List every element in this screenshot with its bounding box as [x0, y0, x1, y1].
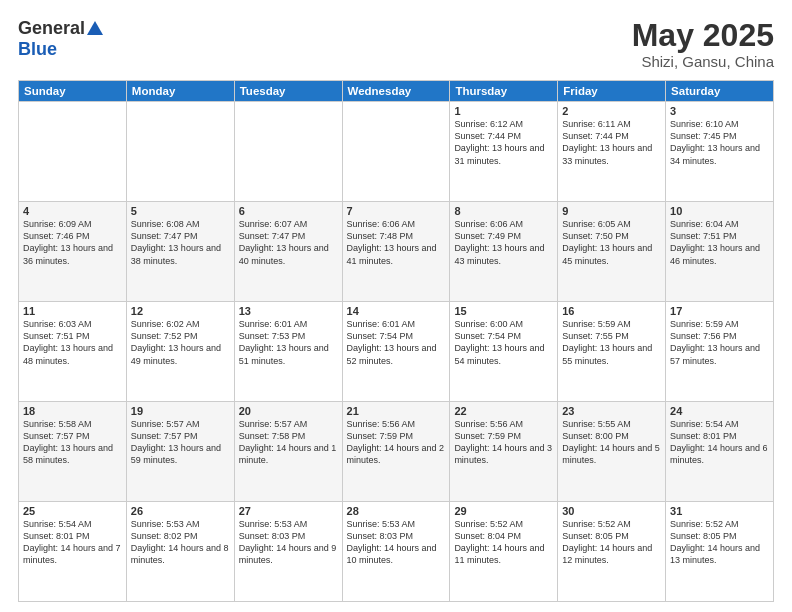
- day-info: Sunrise: 6:04 AMSunset: 7:51 PMDaylight:…: [670, 218, 769, 267]
- calendar-cell: 16Sunrise: 5:59 AMSunset: 7:55 PMDayligh…: [558, 302, 666, 402]
- day-number: 23: [562, 405, 661, 417]
- day-info: Sunrise: 5:57 AMSunset: 7:57 PMDaylight:…: [131, 418, 230, 467]
- calendar-subtitle: Shizi, Gansu, China: [632, 53, 774, 70]
- day-info: Sunrise: 5:57 AMSunset: 7:58 PMDaylight:…: [239, 418, 338, 467]
- day-info: Sunrise: 6:12 AMSunset: 7:44 PMDaylight:…: [454, 118, 553, 167]
- calendar-cell: [234, 102, 342, 202]
- day-number: 11: [23, 305, 122, 317]
- day-info: Sunrise: 6:06 AMSunset: 7:48 PMDaylight:…: [347, 218, 446, 267]
- calendar-cell: 12Sunrise: 6:02 AMSunset: 7:52 PMDayligh…: [126, 302, 234, 402]
- day-number: 3: [670, 105, 769, 117]
- col-sunday: Sunday: [19, 81, 127, 102]
- calendar-cell: 13Sunrise: 6:01 AMSunset: 7:53 PMDayligh…: [234, 302, 342, 402]
- day-number: 1: [454, 105, 553, 117]
- logo: General Blue: [18, 18, 103, 60]
- calendar-cell: 25Sunrise: 5:54 AMSunset: 8:01 PMDayligh…: [19, 502, 127, 602]
- day-info: Sunrise: 5:54 AMSunset: 8:01 PMDaylight:…: [670, 418, 769, 467]
- day-info: Sunrise: 5:52 AMSunset: 8:04 PMDaylight:…: [454, 518, 553, 567]
- calendar-cell: 17Sunrise: 5:59 AMSunset: 7:56 PMDayligh…: [666, 302, 774, 402]
- col-saturday: Saturday: [666, 81, 774, 102]
- day-info: Sunrise: 5:52 AMSunset: 8:05 PMDaylight:…: [562, 518, 661, 567]
- logo-blue-text: Blue: [18, 39, 57, 60]
- day-info: Sunrise: 6:00 AMSunset: 7:54 PMDaylight:…: [454, 318, 553, 367]
- title-block: May 2025 Shizi, Gansu, China: [632, 18, 774, 70]
- calendar-cell: 4Sunrise: 6:09 AMSunset: 7:46 PMDaylight…: [19, 202, 127, 302]
- calendar-title: May 2025: [632, 18, 774, 53]
- calendar-week-row: 25Sunrise: 5:54 AMSunset: 8:01 PMDayligh…: [19, 502, 774, 602]
- day-number: 30: [562, 505, 661, 517]
- day-number: 17: [670, 305, 769, 317]
- day-info: Sunrise: 6:10 AMSunset: 7:45 PMDaylight:…: [670, 118, 769, 167]
- calendar-cell: 30Sunrise: 5:52 AMSunset: 8:05 PMDayligh…: [558, 502, 666, 602]
- day-info: Sunrise: 5:53 AMSunset: 8:03 PMDaylight:…: [239, 518, 338, 567]
- day-number: 10: [670, 205, 769, 217]
- day-info: Sunrise: 6:02 AMSunset: 7:52 PMDaylight:…: [131, 318, 230, 367]
- calendar-week-row: 4Sunrise: 6:09 AMSunset: 7:46 PMDaylight…: [19, 202, 774, 302]
- calendar-cell: 1Sunrise: 6:12 AMSunset: 7:44 PMDaylight…: [450, 102, 558, 202]
- day-info: Sunrise: 6:01 AMSunset: 7:54 PMDaylight:…: [347, 318, 446, 367]
- calendar-cell: 20Sunrise: 5:57 AMSunset: 7:58 PMDayligh…: [234, 402, 342, 502]
- day-info: Sunrise: 5:52 AMSunset: 8:05 PMDaylight:…: [670, 518, 769, 567]
- calendar-cell: 8Sunrise: 6:06 AMSunset: 7:49 PMDaylight…: [450, 202, 558, 302]
- day-info: Sunrise: 6:11 AMSunset: 7:44 PMDaylight:…: [562, 118, 661, 167]
- day-number: 9: [562, 205, 661, 217]
- calendar-cell: 22Sunrise: 5:56 AMSunset: 7:59 PMDayligh…: [450, 402, 558, 502]
- col-thursday: Thursday: [450, 81, 558, 102]
- day-number: 15: [454, 305, 553, 317]
- day-number: 24: [670, 405, 769, 417]
- day-info: Sunrise: 6:08 AMSunset: 7:47 PMDaylight:…: [131, 218, 230, 267]
- day-info: Sunrise: 6:03 AMSunset: 7:51 PMDaylight:…: [23, 318, 122, 367]
- calendar-cell: 10Sunrise: 6:04 AMSunset: 7:51 PMDayligh…: [666, 202, 774, 302]
- day-number: 18: [23, 405, 122, 417]
- day-info: Sunrise: 5:55 AMSunset: 8:00 PMDaylight:…: [562, 418, 661, 467]
- day-number: 12: [131, 305, 230, 317]
- calendar-cell: 11Sunrise: 6:03 AMSunset: 7:51 PMDayligh…: [19, 302, 127, 402]
- day-number: 22: [454, 405, 553, 417]
- calendar-cell: 14Sunrise: 6:01 AMSunset: 7:54 PMDayligh…: [342, 302, 450, 402]
- calendar-cell: 21Sunrise: 5:56 AMSunset: 7:59 PMDayligh…: [342, 402, 450, 502]
- calendar-cell: 2Sunrise: 6:11 AMSunset: 7:44 PMDaylight…: [558, 102, 666, 202]
- day-info: Sunrise: 6:07 AMSunset: 7:47 PMDaylight:…: [239, 218, 338, 267]
- logo-general-text: General: [18, 18, 85, 39]
- day-info: Sunrise: 6:06 AMSunset: 7:49 PMDaylight:…: [454, 218, 553, 267]
- day-info: Sunrise: 5:54 AMSunset: 8:01 PMDaylight:…: [23, 518, 122, 567]
- header-row: Sunday Monday Tuesday Wednesday Thursday…: [19, 81, 774, 102]
- calendar-cell: 26Sunrise: 5:53 AMSunset: 8:02 PMDayligh…: [126, 502, 234, 602]
- day-number: 27: [239, 505, 338, 517]
- calendar-cell: 15Sunrise: 6:00 AMSunset: 7:54 PMDayligh…: [450, 302, 558, 402]
- day-number: 20: [239, 405, 338, 417]
- day-info: Sunrise: 5:59 AMSunset: 7:55 PMDaylight:…: [562, 318, 661, 367]
- day-number: 4: [23, 205, 122, 217]
- calendar-cell: 31Sunrise: 5:52 AMSunset: 8:05 PMDayligh…: [666, 502, 774, 602]
- day-number: 16: [562, 305, 661, 317]
- calendar-week-row: 1Sunrise: 6:12 AMSunset: 7:44 PMDaylight…: [19, 102, 774, 202]
- day-number: 13: [239, 305, 338, 317]
- calendar-cell: 27Sunrise: 5:53 AMSunset: 8:03 PMDayligh…: [234, 502, 342, 602]
- day-number: 8: [454, 205, 553, 217]
- day-number: 21: [347, 405, 446, 417]
- calendar-cell: 5Sunrise: 6:08 AMSunset: 7:47 PMDaylight…: [126, 202, 234, 302]
- day-info: Sunrise: 5:56 AMSunset: 7:59 PMDaylight:…: [347, 418, 446, 467]
- day-info: Sunrise: 6:09 AMSunset: 7:46 PMDaylight:…: [23, 218, 122, 267]
- calendar-cell: 23Sunrise: 5:55 AMSunset: 8:00 PMDayligh…: [558, 402, 666, 502]
- day-number: 28: [347, 505, 446, 517]
- day-info: Sunrise: 5:53 AMSunset: 8:02 PMDaylight:…: [131, 518, 230, 567]
- day-info: Sunrise: 5:59 AMSunset: 7:56 PMDaylight:…: [670, 318, 769, 367]
- day-info: Sunrise: 6:05 AMSunset: 7:50 PMDaylight:…: [562, 218, 661, 267]
- col-wednesday: Wednesday: [342, 81, 450, 102]
- day-number: 26: [131, 505, 230, 517]
- day-number: 5: [131, 205, 230, 217]
- calendar-week-row: 18Sunrise: 5:58 AMSunset: 7:57 PMDayligh…: [19, 402, 774, 502]
- col-monday: Monday: [126, 81, 234, 102]
- day-number: 7: [347, 205, 446, 217]
- calendar-cell: 3Sunrise: 6:10 AMSunset: 7:45 PMDaylight…: [666, 102, 774, 202]
- page: General Blue May 2025 Shizi, Gansu, Chin…: [0, 0, 792, 612]
- calendar-cell: 29Sunrise: 5:52 AMSunset: 8:04 PMDayligh…: [450, 502, 558, 602]
- calendar-cell: [19, 102, 127, 202]
- calendar-cell: 28Sunrise: 5:53 AMSunset: 8:03 PMDayligh…: [342, 502, 450, 602]
- header: General Blue May 2025 Shizi, Gansu, Chin…: [18, 18, 774, 70]
- col-tuesday: Tuesday: [234, 81, 342, 102]
- calendar-week-row: 11Sunrise: 6:03 AMSunset: 7:51 PMDayligh…: [19, 302, 774, 402]
- calendar-cell: 19Sunrise: 5:57 AMSunset: 7:57 PMDayligh…: [126, 402, 234, 502]
- day-number: 29: [454, 505, 553, 517]
